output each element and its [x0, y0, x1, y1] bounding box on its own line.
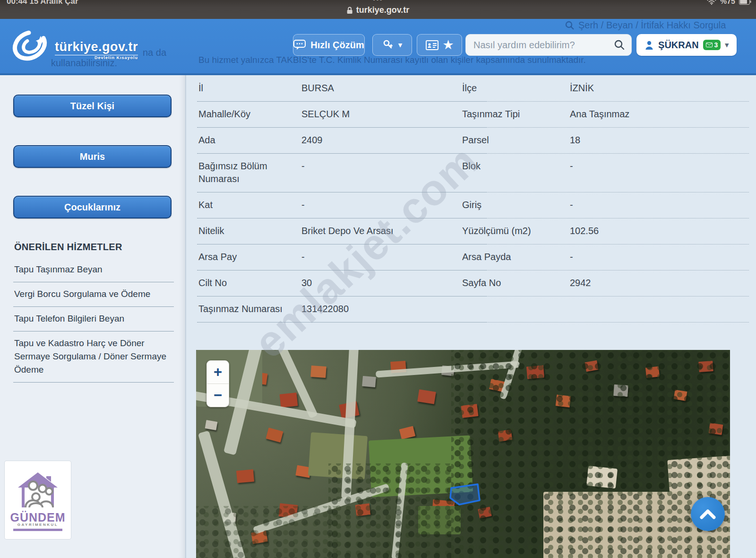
caret-down-icon: ▾	[398, 41, 402, 49]
field-value: -	[570, 251, 749, 263]
map-building	[698, 361, 713, 372]
tab-dots: •••	[373, 0, 383, 3]
service-link[interactable]: Tapu Taşınmaz Beyan	[13, 258, 174, 282]
ghost-text-1: na da	[143, 47, 166, 58]
table-row: Mahalle/KöySELÇUK MTaşınmaz TipiAna Taşı…	[197, 102, 749, 128]
field-label: Kat	[197, 199, 301, 211]
field-value: -	[301, 199, 462, 211]
key-menu-button[interactable]: ▾	[372, 34, 412, 56]
quick-solution-button[interactable]: Hızlı Çözüm	[293, 34, 365, 56]
field-value: İZNİK	[570, 82, 749, 95]
device-status-bar: 00:44 15 Aralık Çar ••• turkiye.gov.tr %…	[0, 0, 756, 19]
map-field	[586, 466, 618, 488]
sidebar-button[interactable]: Muris	[13, 145, 172, 168]
sidebar-buttons: Tüzel KişiMurisÇocuklarınız	[13, 95, 172, 218]
field-value: -	[570, 160, 749, 173]
logo-tagline: Devletin Kısayolu	[55, 55, 138, 60]
field-label: İl	[197, 82, 301, 95]
site-header: na da kullanabilirsiniz. Bu hizmet yalnı…	[0, 19, 756, 75]
user-icon	[644, 40, 654, 50]
map-building	[362, 376, 376, 387]
map-zoom-control: + −	[206, 360, 229, 407]
scroll-to-top-button[interactable]	[691, 497, 725, 531]
table-row: Arsa Pay-Arsa Payda-	[197, 244, 749, 270]
map-building	[613, 384, 628, 397]
field-label: Mahalle/Köy	[197, 108, 301, 121]
field-value: -	[301, 251, 462, 263]
ghost-page-title: Şerh / Beyan / İrtifak Hakkı Sorgula	[565, 20, 726, 31]
table-row: Ada2409Parsel18	[197, 128, 749, 154]
service-link[interactable]: Vergi Borcu Sorgulama ve Ödeme	[13, 282, 174, 307]
house-family-icon	[15, 470, 60, 511]
field-value: 18	[570, 134, 749, 147]
field-label: Arsa Pay	[197, 251, 301, 263]
service-link[interactable]: Tapu ve Kadastro Harç ve Döner Sermaye S…	[13, 331, 174, 383]
field-label: İlçe	[462, 82, 570, 95]
field-value: -	[301, 160, 462, 173]
logo-wordmark: türkiye.gov.tr Devletin Kısayolu	[55, 40, 138, 60]
map-building	[205, 420, 218, 430]
brand-title: GÜNDEM	[10, 512, 65, 523]
property-details-table: İlBURSAİlçeİZNİKMahalle/KöySELÇUK MTaşın…	[197, 76, 749, 323]
map-road	[198, 430, 247, 558]
suggested-services-title: ÖNERİLEN HİZMETLER	[14, 242, 122, 253]
gundem-logo-card: GÜNDEM GAYRİMENKUL	[5, 461, 71, 539]
brand-subtitle: GAYRİMENKUL	[17, 523, 58, 527]
map-building	[584, 360, 598, 372]
search-icon[interactable]	[614, 40, 625, 50]
field-value: 2942	[570, 277, 749, 289]
sidebar-button[interactable]: Çocuklarınız	[13, 196, 172, 218]
table-row: Bağımsız Bölüm Numarası-Blok-	[197, 154, 749, 192]
sidebar-button[interactable]: Tüzel Kişi	[13, 95, 172, 117]
chat-bubble-icon	[293, 40, 306, 50]
search-input[interactable]	[472, 39, 614, 51]
address-bar[interactable]: turkiye.gov.tr	[347, 5, 410, 15]
map-building	[461, 404, 479, 418]
map-building	[526, 365, 544, 379]
wifi-icon	[707, 0, 716, 5]
envelope-icon	[706, 43, 713, 47]
field-label: Blok	[462, 160, 570, 173]
help-search[interactable]	[465, 34, 632, 56]
field-value: -	[570, 199, 749, 211]
service-link[interactable]: Tapu Telefon Bilgileri Beyan	[13, 307, 174, 331]
field-value: SELÇUK M	[301, 108, 462, 121]
map-road	[499, 350, 523, 400]
turkiye-gov-logo[interactable]: türkiye.gov.tr Devletin Kısayolu	[9, 26, 138, 65]
battery-percent: %75	[720, 0, 735, 6]
field-value: 131422080	[301, 303, 462, 315]
field-label: Cilt No	[197, 277, 301, 289]
field-label: Nitelik	[197, 225, 301, 237]
status-datetime: 00:44 15 Aralık Çar	[7, 0, 78, 6]
id-card-icon	[426, 40, 438, 50]
map-building	[556, 394, 571, 407]
zoom-in-button[interactable]: +	[207, 361, 229, 384]
user-menu-button[interactable]: ŞÜKRAN 3 ▾	[636, 34, 737, 56]
table-row: NitelikBriket Depo Ve ArsasıYüzölçümü (m…	[197, 218, 749, 244]
field-value: Ana Taşınmaz	[570, 108, 749, 121]
star-icon: ★	[443, 38, 454, 52]
map-building	[417, 389, 436, 404]
map-building	[709, 423, 723, 435]
table-row: İlBURSAİlçeİZNİK	[197, 76, 749, 102]
status-indicators: %75	[707, 0, 751, 6]
table-row: Taşınmaz Numarası131422080	[197, 296, 749, 323]
key-icon	[382, 39, 394, 51]
zoom-out-button[interactable]: −	[207, 384, 229, 407]
map-field	[418, 506, 461, 534]
field-label: Sayfa No	[462, 277, 570, 289]
battery-icon	[739, 0, 751, 5]
card-favorites-button[interactable]: ★	[417, 34, 462, 56]
map-building	[645, 366, 660, 378]
field-label: Arsa Payda	[462, 251, 570, 263]
ghost-search-icon	[565, 21, 575, 30]
field-value: 30	[301, 277, 462, 289]
map-building	[310, 366, 326, 378]
message-badge[interactable]: 3	[703, 40, 721, 50]
field-label: Bağımsız Bölüm Numarası	[197, 160, 301, 185]
field-value: Briket Depo Ve Arsası	[301, 225, 462, 237]
map-building	[266, 427, 283, 442]
map-field	[308, 432, 368, 480]
lock-icon	[347, 7, 353, 14]
satellite-map[interactable]: + −	[196, 350, 730, 558]
